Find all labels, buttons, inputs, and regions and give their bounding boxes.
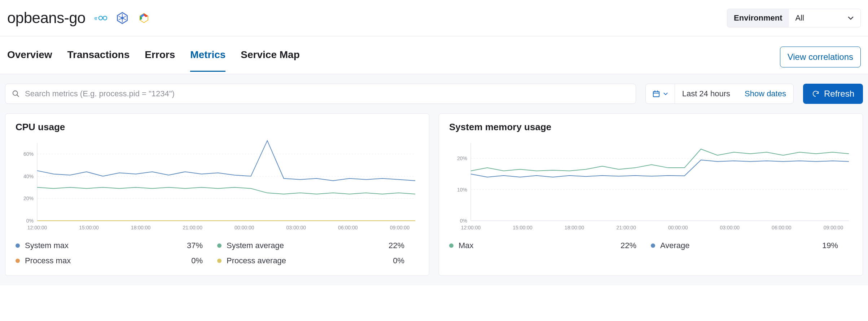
legend-item[interactable]: System average 22% — [217, 241, 419, 250]
svg-text:21:00:00: 21:00:00 — [183, 225, 202, 230]
legend-dot-icon — [217, 243, 222, 248]
panel-title: CPU usage — [16, 122, 419, 133]
svg-line-15 — [17, 95, 19, 97]
tab-errors[interactable]: Errors — [145, 49, 175, 72]
legend-value: 22% — [621, 241, 651, 250]
svg-text:03:00:00: 03:00:00 — [720, 225, 740, 230]
page-header: opbeans-go Environment All — [0, 0, 868, 36]
svg-text:0%: 0% — [460, 218, 467, 224]
svg-point-14 — [13, 91, 18, 96]
svg-text:21:00:00: 21:00:00 — [616, 225, 636, 230]
tabs-row: Overview Transactions Errors Metrics Ser… — [0, 36, 868, 74]
search-input[interactable] — [25, 89, 629, 98]
legend-name: Process max — [25, 256, 191, 265]
svg-rect-16 — [653, 92, 659, 97]
calendar-icon — [652, 90, 660, 98]
chart-panels: CPU usage 0%20%40%60%12:00:0015:00:0018:… — [0, 113, 868, 285]
go-logo-icon — [94, 12, 107, 25]
service-title: opbeans-go — [7, 9, 86, 27]
svg-text:18:00:00: 18:00:00 — [565, 225, 584, 230]
svg-text:20%: 20% — [457, 155, 467, 161]
environment-selector: Environment All — [727, 9, 861, 27]
legend-name: Average — [660, 241, 822, 250]
tab-transactions[interactable]: Transactions — [67, 49, 130, 72]
search-box[interactable] — [5, 84, 636, 104]
svg-text:12:00:00: 12:00:00 — [461, 225, 481, 230]
env-selected: All — [795, 13, 804, 23]
header-icons — [94, 12, 150, 25]
tab-service-map[interactable]: Service Map — [241, 49, 299, 72]
time-range-group: Last 24 hours Show dates — [645, 84, 794, 104]
chevron-down-icon — [847, 15, 854, 21]
memory-usage-legend: Max 22% Average 19% — [449, 241, 852, 250]
header-left: opbeans-go — [7, 9, 150, 27]
legend-item[interactable]: System max 37% — [16, 241, 217, 250]
cpu-usage-legend: System max 37% System average 22% Proces… — [16, 241, 419, 265]
legend-name: Process average — [227, 256, 393, 265]
svg-text:00:00:00: 00:00:00 — [668, 225, 688, 230]
view-correlations-button[interactable]: View correlations — [780, 47, 861, 67]
legend-dot-icon — [449, 243, 453, 248]
kubernetes-icon — [116, 12, 129, 25]
svg-text:09:00:00: 09:00:00 — [390, 225, 410, 230]
chevron-down-icon — [663, 91, 668, 96]
tab-overview[interactable]: Overview — [7, 49, 52, 72]
tabs: Overview Transactions Errors Metrics Ser… — [7, 49, 300, 72]
svg-text:00:00:00: 00:00:00 — [234, 225, 254, 230]
legend-value: 22% — [389, 241, 419, 250]
toolbar: Last 24 hours Show dates Refresh — [0, 74, 868, 113]
svg-point-0 — [99, 16, 103, 20]
legend-item[interactable]: Max 22% — [449, 241, 651, 250]
env-dropdown[interactable]: All — [789, 9, 860, 27]
svg-text:15:00:00: 15:00:00 — [513, 225, 532, 230]
svg-text:18:00:00: 18:00:00 — [131, 225, 151, 230]
svg-text:20%: 20% — [23, 195, 34, 201]
legend-item[interactable]: Process average 0% — [217, 256, 419, 265]
svg-point-1 — [103, 16, 107, 20]
cpu-usage-panel: CPU usage 0%20%40%60%12:00:0015:00:0018:… — [5, 113, 429, 276]
legend-value: 37% — [187, 241, 217, 250]
time-range-label[interactable]: Last 24 hours — [675, 84, 737, 104]
legend-value: 0% — [191, 256, 217, 265]
svg-text:09:00:00: 09:00:00 — [824, 225, 843, 230]
legend-item[interactable]: Process max 0% — [16, 256, 217, 265]
legend-value: 0% — [393, 256, 419, 265]
legend-dot-icon — [16, 259, 20, 263]
legend-name: Max — [459, 241, 621, 250]
svg-text:0%: 0% — [26, 218, 34, 224]
legend-item[interactable]: Average 19% — [651, 241, 852, 250]
svg-text:12:00:00: 12:00:00 — [27, 225, 47, 230]
tab-metrics[interactable]: Metrics — [190, 49, 225, 72]
svg-text:06:00:00: 06:00:00 — [338, 225, 358, 230]
memory-usage-panel: System memory usage 0%10%20%12:00:0015:0… — [439, 113, 863, 276]
refresh-button[interactable]: Refresh — [803, 84, 863, 104]
svg-text:03:00:00: 03:00:00 — [286, 225, 306, 230]
legend-name: System average — [227, 241, 389, 250]
svg-text:15:00:00: 15:00:00 — [79, 225, 99, 230]
svg-text:60%: 60% — [23, 151, 34, 157]
legend-dot-icon — [651, 243, 655, 248]
svg-text:40%: 40% — [23, 173, 34, 179]
gcp-icon — [137, 12, 150, 25]
legend-dot-icon — [16, 243, 20, 248]
memory-usage-chart: 0%10%20%12:00:0015:00:0018:00:0021:00:00… — [449, 139, 852, 233]
search-icon — [12, 90, 20, 98]
svg-text:10%: 10% — [457, 187, 467, 193]
legend-value: 19% — [822, 241, 852, 250]
panel-title: System memory usage — [449, 122, 852, 133]
date-picker-button[interactable] — [646, 84, 675, 104]
legend-name: System max — [25, 241, 187, 250]
refresh-icon — [812, 90, 820, 98]
legend-dot-icon — [217, 259, 222, 263]
refresh-label: Refresh — [824, 89, 854, 99]
cpu-usage-chart: 0%20%40%60%12:00:0015:00:0018:00:0021:00… — [16, 139, 419, 233]
show-dates-link[interactable]: Show dates — [737, 84, 793, 104]
svg-text:06:00:00: 06:00:00 — [772, 225, 792, 230]
env-label: Environment — [727, 9, 789, 27]
